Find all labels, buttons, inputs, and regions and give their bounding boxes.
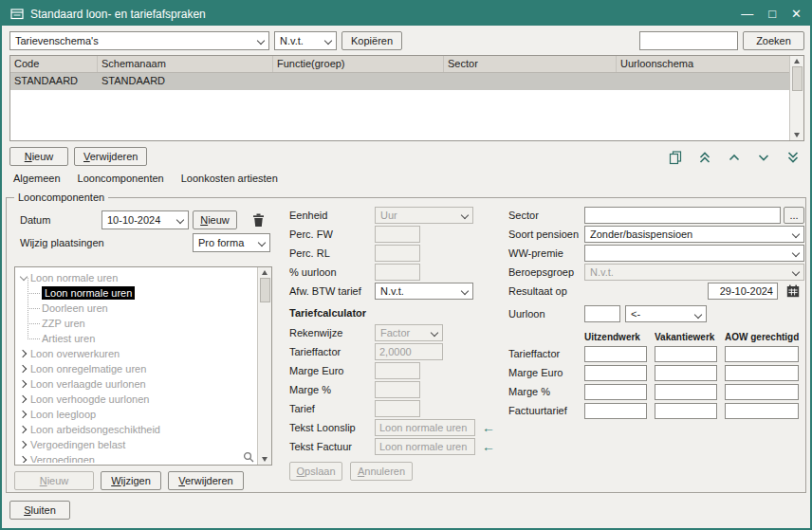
chevron-right-icon[interactable] bbox=[17, 411, 30, 417]
chevron-right-icon[interactable] bbox=[17, 427, 30, 432]
datum-select[interactable]: 10-10-2024 bbox=[102, 210, 189, 229]
scroll-up-icon[interactable] bbox=[262, 270, 268, 275]
filter-select[interactable]: N.v.t. bbox=[274, 31, 337, 50]
tarieffactor-aow-input[interactable] bbox=[725, 346, 799, 362]
resultaat-op-input[interactable] bbox=[708, 283, 778, 300]
grid-scrollbar[interactable] bbox=[789, 56, 803, 140]
column-header-uurloonschema[interactable]: Uurloonschema bbox=[617, 56, 789, 72]
copy-row-button[interactable] bbox=[667, 149, 684, 166]
tree-item-selected[interactable]: Loon normale uren bbox=[28, 285, 256, 301]
marge-pct-vakantiewerk-input[interactable] bbox=[655, 384, 717, 400]
marge-pct-input bbox=[375, 381, 420, 398]
tree-item-label: Loon verhoogde uurlonen bbox=[30, 393, 149, 405]
column-header-code[interactable]: Code bbox=[10, 56, 98, 72]
matrix-row-marge-pct: Marge % bbox=[508, 382, 804, 401]
tab-looncomponenten[interactable]: Looncomponenten bbox=[78, 173, 164, 184]
tree-item[interactable]: Loon overwerkuren bbox=[17, 346, 256, 361]
chevron-right-icon[interactable] bbox=[17, 381, 30, 387]
tree-item[interactable]: Vergoedingen belast bbox=[17, 437, 256, 452]
opslaan-button: Opslaan bbox=[289, 462, 342, 481]
factuurtarief-aow-input[interactable] bbox=[725, 403, 799, 419]
tree-item[interactable]: Artiest uren bbox=[28, 331, 256, 346]
soort-pensioen-value: Zonder/basispensioen bbox=[590, 228, 692, 240]
pro-forma-select[interactable]: Pro forma bbox=[193, 233, 270, 252]
tree-item[interactable]: Loon onregelmatige uren bbox=[17, 361, 256, 376]
looncomponenten-tree: Loon normale uren Loon normale uren Door… bbox=[14, 266, 272, 466]
tree-nieuw-button: Nieuw bbox=[14, 471, 94, 490]
tree-item-label: Doorleen uren bbox=[42, 302, 108, 314]
tarieffactor-vakantiewerk-input[interactable] bbox=[655, 346, 717, 362]
column-header-functiegroep[interactable]: Functie(groep) bbox=[273, 56, 444, 72]
copy-loonslip-text-button[interactable] bbox=[481, 420, 496, 435]
close-button[interactable]: ✕ bbox=[791, 8, 802, 20]
nieuw-button[interactable]: Nieuw bbox=[9, 147, 68, 166]
chevron-right-icon[interactable] bbox=[17, 351, 30, 356]
chevron-right-icon[interactable] bbox=[17, 396, 30, 402]
scrollbar-thumb[interactable] bbox=[260, 278, 270, 302]
scroll-to-bottom-button[interactable] bbox=[784, 149, 802, 166]
column-header-schemanaam[interactable]: Schemanaam bbox=[98, 56, 273, 72]
tree-scrollbar[interactable] bbox=[257, 267, 271, 465]
copy-schema-button[interactable]: Kopiëren bbox=[341, 31, 402, 50]
nieuw-datum-button[interactable]: Nieuw bbox=[193, 210, 237, 229]
marge-pct-uitzendwerk-input[interactable] bbox=[584, 384, 647, 400]
tree-item[interactable]: Loon normale uren bbox=[17, 270, 256, 285]
scrollbar-thumb[interactable] bbox=[792, 66, 803, 91]
chevron-right-icon[interactable] bbox=[17, 442, 30, 448]
copy-factuur-text-button[interactable] bbox=[481, 439, 496, 454]
tree-wijzigen-button[interactable]: Wijzigen bbox=[101, 471, 161, 490]
ww-premie-label: WW-premie bbox=[508, 247, 584, 259]
sluiten-button[interactable]: Sluiten bbox=[9, 501, 70, 520]
schema-select[interactable]: Tarievenschema's bbox=[9, 31, 269, 50]
scroll-up-icon[interactable] bbox=[794, 59, 800, 64]
matrix-row-factuurtarief: Factuurtarief bbox=[508, 401, 804, 420]
marge-euro-uitzendwerk-input[interactable] bbox=[584, 365, 647, 381]
sector-lookup-button[interactable]: ... bbox=[784, 207, 804, 224]
minimize-button[interactable]: — bbox=[741, 8, 753, 20]
table-row[interactable]: STANDAARD STANDAARD bbox=[10, 73, 803, 90]
scroll-down-icon[interactable] bbox=[794, 133, 800, 137]
tab-algemeen[interactable]: Algemeen bbox=[13, 173, 61, 184]
uurloon-source-select[interactable]: <- bbox=[625, 305, 707, 322]
tree-item[interactable]: ZZP uren bbox=[28, 316, 256, 331]
tree-verwijderen-button[interactable]: Verwijderen bbox=[168, 471, 244, 490]
delete-datum-button[interactable] bbox=[246, 210, 270, 229]
tarieffactor-input bbox=[375, 343, 443, 360]
beroepsgroep-value: N.v.t. bbox=[590, 266, 614, 278]
marge-euro-vakantiewerk-input[interactable] bbox=[655, 365, 717, 381]
search-button[interactable]: Zoeken bbox=[743, 31, 804, 50]
matrix-col-uitzendwerk: Uitzendwerk bbox=[584, 332, 647, 342]
marge-euro-aow-input[interactable] bbox=[725, 365, 799, 381]
scroll-to-top-button[interactable] bbox=[696, 149, 713, 166]
magnifier-icon[interactable] bbox=[243, 451, 254, 463]
tree-item[interactable]: Doorleen uren bbox=[28, 301, 256, 316]
search-input[interactable] bbox=[639, 31, 738, 50]
uurloon-input[interactable] bbox=[584, 305, 620, 322]
soort-pensioen-select[interactable]: Zonder/basispensioen bbox=[584, 226, 804, 243]
eenheid-value: Uur bbox=[380, 210, 397, 221]
scroll-up-button[interactable] bbox=[726, 149, 743, 166]
column-header-sector[interactable]: Sector bbox=[444, 56, 617, 72]
tree-children: Loon normale uren Doorleen uren ZZP uren… bbox=[28, 285, 256, 346]
scroll-down-icon[interactable] bbox=[262, 457, 268, 462]
scroll-down-button[interactable] bbox=[755, 149, 772, 166]
tree-item[interactable]: Loon verlaagde uurlonen bbox=[17, 376, 256, 392]
tarieffactor-uitzendwerk-input[interactable] bbox=[584, 346, 647, 362]
maximize-button[interactable]: □ bbox=[768, 8, 776, 20]
sector-input[interactable] bbox=[584, 207, 781, 224]
ww-premie-select[interactable] bbox=[584, 245, 804, 262]
tree-item[interactable]: Loon verhoogde uurlonen bbox=[17, 392, 256, 407]
calendar-button[interactable] bbox=[782, 283, 804, 300]
tab-loonkosten-artiesten[interactable]: Loonkosten artiesten bbox=[181, 173, 278, 184]
chevron-right-icon[interactable] bbox=[17, 366, 30, 372]
title-bar[interactable]: Standaard loon- en tariefafspraken — □ ✕ bbox=[2, 2, 810, 26]
afw-btw-select[interactable]: N.v.t. bbox=[375, 283, 473, 300]
tree-item[interactable]: Vergoedingen bbox=[17, 452, 256, 463]
tree-item[interactable]: Loon leegloop bbox=[17, 407, 256, 422]
factuurtarief-vakantiewerk-input[interactable] bbox=[655, 403, 717, 419]
verwijderen-button[interactable]: Verwijderen bbox=[74, 147, 147, 166]
marge-pct-aow-input[interactable] bbox=[725, 384, 799, 400]
tree-item[interactable]: Loon arbeidsongeschiktheid bbox=[17, 422, 256, 437]
chevron-right-icon[interactable] bbox=[17, 457, 30, 463]
factuurtarief-uitzendwerk-input[interactable] bbox=[584, 403, 647, 419]
